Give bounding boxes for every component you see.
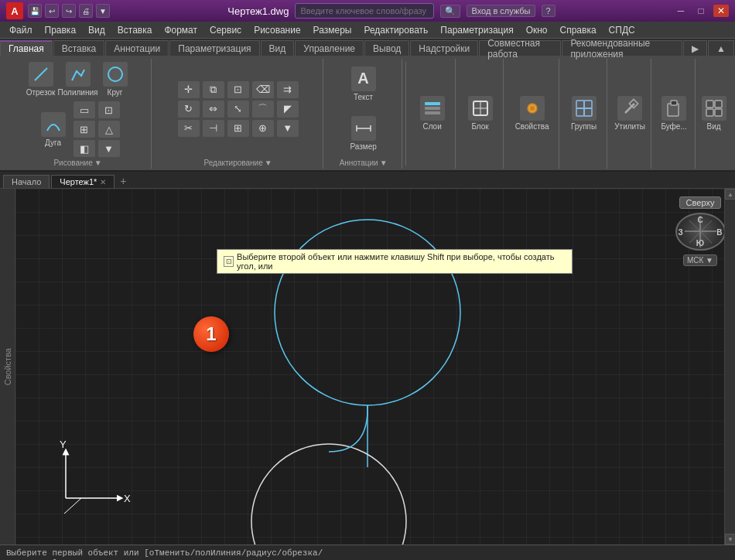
more-edit-tool[interactable]: ▼ <box>277 120 299 137</box>
canvas-area[interactable]: Y X ⊡ Выберите второй объект или нажмите… <box>15 189 735 545</box>
help-btn[interactable]: ? <box>542 5 556 17</box>
array-tool[interactable]: ⊞ <box>227 120 249 137</box>
menu-format[interactable]: Формат <box>158 22 203 38</box>
menu-window[interactable]: Окно <box>520 22 554 38</box>
tool-line[interactable]: Отрезок <box>24 60 58 98</box>
more-quick-btn[interactable]: ▼ <box>96 4 110 18</box>
doc-tab-drawing[interactable]: Чертеж1* ✕ <box>51 175 115 188</box>
region-tool[interactable]: △ <box>98 121 120 138</box>
search-input[interactable] <box>295 3 434 19</box>
tab-more[interactable]: ▶ <box>683 40 707 56</box>
doc-tab-close-icon[interactable]: ✕ <box>100 178 106 186</box>
tab-manage[interactable]: Управление <box>295 40 364 56</box>
rotate-tool[interactable]: ↻ <box>178 101 200 118</box>
menu-spds[interactable]: СПДС <box>603 22 641 38</box>
tool-block[interactable]: Блок <box>463 94 497 132</box>
tool-properties[interactable]: Свойства <box>515 94 549 132</box>
move-tool[interactable]: ✛ <box>178 81 200 98</box>
tab-params[interactable]: Параметризация <box>169 40 259 56</box>
extend-tool[interactable]: ⊣ <box>203 120 224 137</box>
view-label: Вид <box>707 122 721 131</box>
tool-layers[interactable]: Слои <box>415 94 450 132</box>
save-quick-btn[interactable]: 💾 <box>28 4 42 18</box>
block-tools: Блок <box>463 60 497 166</box>
tool-dimension[interactable]: Размер <box>347 114 381 152</box>
tool-polyline[interactable]: Полилиния <box>61 60 95 98</box>
menu-edit[interactable]: Правка <box>39 22 83 38</box>
gradient-tool[interactable]: ◧ <box>74 140 95 157</box>
tab-home[interactable]: Главная <box>0 40 53 56</box>
tab-view[interactable]: Вид <box>261 40 295 56</box>
undo-quick-btn[interactable]: ↩ <box>45 4 59 18</box>
offset-tool[interactable]: ⇉ <box>277 81 299 98</box>
tool-groups[interactable]: Группы <box>567 94 601 132</box>
tool-buffer[interactable]: Буфе... <box>657 94 691 132</box>
step-badge: 1 <box>193 316 229 352</box>
tab-output[interactable]: Вывод <box>364 40 409 56</box>
line-icon <box>29 62 53 87</box>
chamfer-tool[interactable]: ◤ <box>277 101 299 118</box>
menu-bar: Файл Правка Вид Вставка Формат Сервис Ри… <box>0 22 735 39</box>
scroll-track[interactable] <box>725 200 735 534</box>
menu-dimensions[interactable]: Размеры <box>307 22 358 38</box>
svg-line-32 <box>64 498 81 514</box>
minimize-btn[interactable]: ─ <box>673 5 689 17</box>
stretch-tool[interactable]: ⊡ <box>227 81 249 98</box>
doc-tab-label: Чертеж1* <box>60 177 97 186</box>
fillet-tool[interactable]: ⌒ <box>252 101 274 118</box>
svg-rect-13 <box>576 101 584 108</box>
boundary-tool[interactable]: ⊡ <box>98 101 120 118</box>
copy-tool[interactable]: ⧉ <box>203 81 224 98</box>
menu-params[interactable]: Параметризация <box>434 22 519 38</box>
menu-draw[interactable]: Рисование <box>248 22 306 38</box>
menu-help[interactable]: Справка <box>554 22 603 38</box>
compass-top-button[interactable]: Сверху <box>679 196 722 209</box>
rect-tool[interactable]: ▭ <box>74 101 95 118</box>
ribbon-group-groups: Группы <box>561 59 607 169</box>
edit-group-label[interactable]: Редактирование ▼ <box>204 159 272 167</box>
more-draw-tool[interactable]: ▼ <box>98 140 120 157</box>
menu-insert[interactable]: Вставка <box>111 22 159 38</box>
tab-annotations[interactable]: Аннотации <box>105 40 169 56</box>
redo-quick-btn[interactable]: ↪ <box>62 4 76 18</box>
doc-tab-add-btn[interactable]: + <box>116 174 130 188</box>
tool-utilities[interactable]: Утилиты <box>613 94 647 132</box>
app-logo-icon[interactable]: A <box>6 2 23 19</box>
menu-modify[interactable]: Редактировать <box>357 22 434 38</box>
menu-file[interactable]: Файл <box>3 22 39 38</box>
menu-view[interactable]: Вид <box>82 22 111 38</box>
explode-tool[interactable]: ⊕ <box>252 120 274 137</box>
tab-collab[interactable]: Совместная работа <box>479 40 561 56</box>
doc-tab-start[interactable]: Начало <box>3 175 50 188</box>
draw-group-label[interactable]: Рисование ▼ <box>53 159 101 167</box>
utilities-label: Утилиты <box>614 122 645 131</box>
menu-service[interactable]: Сервис <box>203 22 248 38</box>
svg-point-25 <box>275 220 460 405</box>
scroll-up-btn[interactable]: ▲ <box>725 189 735 200</box>
erase-tool[interactable]: ⌫ <box>252 81 274 98</box>
tool-view[interactable]: Вид <box>697 94 731 132</box>
trim-tool[interactable]: ✂ <box>178 120 200 137</box>
login-btn[interactable]: Вход в службы <box>467 5 535 17</box>
svg-rect-23 <box>706 109 713 116</box>
mirror-tool[interactable]: ⇔ <box>203 101 224 118</box>
svg-text:Y: Y <box>60 439 67 450</box>
anno-group-label[interactable]: Аннотации ▼ <box>340 159 388 167</box>
ribbon-minimize[interactable]: ▲ <box>708 40 734 56</box>
tab-insert[interactable]: Вставка <box>53 40 105 56</box>
scale-tool[interactable]: ⤡ <box>227 101 249 118</box>
print-quick-btn[interactable]: 🖨 <box>79 4 93 18</box>
close-btn[interactable]: ✕ <box>713 5 729 17</box>
tool-arc[interactable]: Дуга <box>36 111 70 149</box>
compass-circle[interactable]: С Ю З В <box>675 213 726 251</box>
tab-addons[interactable]: Надстройки <box>410 40 478 56</box>
search-icon[interactable]: 🔍 <box>440 5 460 18</box>
msk-button[interactable]: МСК ▼ <box>683 254 717 266</box>
tool-circle[interactable]: Круг <box>98 60 132 98</box>
tool-text[interactable]: A Текст <box>347 65 381 103</box>
circle-label: Круг <box>108 88 123 97</box>
scroll-down-btn[interactable]: ▼ <box>725 534 735 545</box>
maximize-btn[interactable]: □ <box>693 5 709 17</box>
hatch-tool[interactable]: ⊞ <box>74 121 95 138</box>
tab-apps[interactable]: Рекомендованные приложения <box>562 40 682 56</box>
